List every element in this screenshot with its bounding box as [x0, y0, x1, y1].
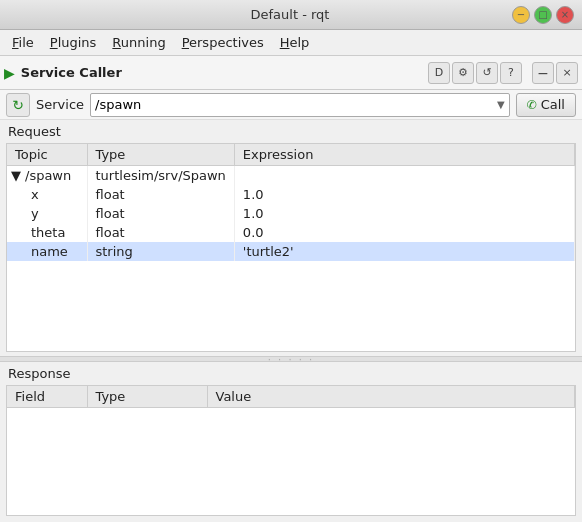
table-row[interactable]: thetafloat0.0 [7, 223, 575, 242]
chevron-down-icon: ▼ [497, 99, 505, 110]
plugin-label: Service Caller [21, 65, 122, 80]
plugin-arrow-icon: ▶ [4, 65, 15, 81]
topic-cell: theta [7, 223, 87, 242]
response-section-header: Response [0, 362, 582, 385]
response-table: Field Type Value [7, 386, 575, 408]
main-content: Request Topic Type Expression ▼/spawntur… [0, 120, 582, 522]
col-header-expression: Expression [234, 144, 574, 166]
service-value: /spawn [95, 97, 141, 112]
topic-cell: ▼/spawn [7, 166, 87, 186]
menu-running[interactable]: Running [104, 33, 173, 52]
service-dropdown[interactable]: /spawn ▼ [90, 93, 510, 117]
menubar: File Plugins Running Perspectives Help [0, 30, 582, 56]
type-cell: turtlesim/srv/Spawn [87, 166, 234, 186]
topic-cell: y [7, 204, 87, 223]
table-row[interactable]: xfloat1.0 [7, 185, 575, 204]
menu-perspectives[interactable]: Perspectives [174, 33, 272, 52]
type-cell: string [87, 242, 234, 261]
refresh-icon-button[interactable]: ↺ [476, 62, 498, 84]
service-label: Service [36, 97, 84, 112]
menu-help[interactable]: Help [272, 33, 318, 52]
window-title: Default - rqt [68, 7, 512, 22]
dash-icon-button[interactable]: − [532, 62, 554, 84]
close-button[interactable]: × [556, 6, 574, 24]
call-label: Call [541, 97, 565, 112]
table-row[interactable]: namestring'turtle2' [7, 242, 575, 261]
type-cell: float [87, 223, 234, 242]
expression-cell[interactable] [234, 166, 574, 186]
response-table-container[interactable]: Field Type Value [6, 385, 576, 516]
expression-cell[interactable]: 1.0 [234, 204, 574, 223]
request-table: Topic Type Expression ▼/spawnturtlesim/s… [7, 144, 575, 261]
col-header-topic: Topic [7, 144, 87, 166]
request-section-header: Request [0, 120, 582, 143]
expression-cell[interactable]: 0.0 [234, 223, 574, 242]
table-row[interactable]: ▼/spawnturtlesim/srv/Spawn [7, 166, 575, 186]
plugin-toolbar: ▶ Service Caller D ⚙ ↺ ? − × [0, 56, 582, 90]
topic-cell: x [7, 185, 87, 204]
service-row: ↻ Service /spawn ▼ ✆ Call [0, 90, 582, 120]
menu-plugins[interactable]: Plugins [42, 33, 105, 52]
call-phone-icon: ✆ [527, 98, 537, 112]
col-header-type: Type [87, 144, 234, 166]
col-header-type-resp: Type [87, 386, 207, 408]
refresh-service-button[interactable]: ↻ [6, 93, 30, 117]
maximize-button[interactable]: □ [534, 6, 552, 24]
expression-cell[interactable]: 1.0 [234, 185, 574, 204]
minimize-button[interactable]: − [512, 6, 530, 24]
call-button[interactable]: ✆ Call [516, 93, 576, 117]
table-row[interactable]: yfloat1.0 [7, 204, 575, 223]
help-icon-button[interactable]: ? [500, 62, 522, 84]
tree-arrow-icon: ▼ [11, 168, 21, 183]
close-plugin-button[interactable]: × [556, 62, 578, 84]
type-cell: float [87, 185, 234, 204]
expression-cell[interactable]: 'turtle2' [234, 242, 574, 261]
type-cell: float [87, 204, 234, 223]
gear-icon-button[interactable]: ⚙ [452, 62, 474, 84]
window-controls[interactable]: − □ × [512, 6, 574, 24]
response-section: Response Field Type Value [0, 362, 582, 522]
col-header-field: Field [7, 386, 87, 408]
topic-cell: name [7, 242, 87, 261]
titlebar: Default - rqt − □ × [0, 0, 582, 30]
d-icon-button[interactable]: D [428, 62, 450, 84]
request-table-container[interactable]: Topic Type Expression ▼/spawnturtlesim/s… [6, 143, 576, 352]
col-header-value: Value [207, 386, 575, 408]
menu-file[interactable]: File [4, 33, 42, 52]
